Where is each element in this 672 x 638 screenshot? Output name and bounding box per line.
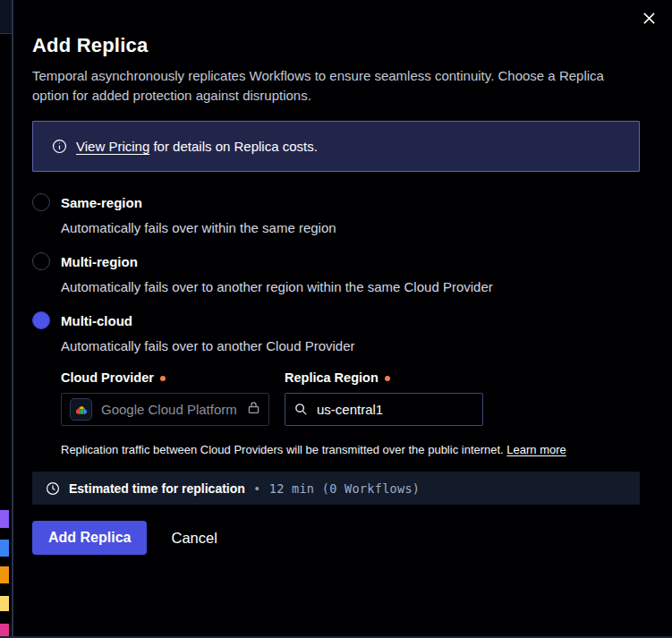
option-label: Same-region: [61, 195, 142, 210]
page-title: Add Replica: [32, 34, 640, 57]
underlying-color-fragment-orange: [0, 566, 9, 583]
option-description: Automatically fails over to another Clou…: [61, 338, 640, 353]
learn-more-link[interactable]: Learn more: [506, 443, 566, 456]
option-description: Automatically fails over to another regi…: [61, 279, 640, 294]
pricing-info-banner: View Pricing for details on Replica cost…: [32, 121, 640, 172]
add-replica-modal: Add Replica Temporal asynchronously repl…: [32, 0, 640, 555]
multi-cloud-form: Cloud Provider: [61, 370, 640, 456]
add-replica-button[interactable]: Add Replica: [32, 521, 147, 555]
option-multi-cloud-row[interactable]: Multi-cloud: [32, 311, 640, 329]
replica-region-field: Replica Region: [285, 370, 483, 426]
estimate-value: 12 min (0 Workflows): [269, 481, 421, 496]
estimate-label: Estimated time for replication: [69, 481, 245, 496]
close-icon[interactable]: [638, 7, 659, 29]
option-same-region: Same-region Automatically fails over wit…: [32, 193, 640, 235]
radio-same-region[interactable]: [32, 193, 50, 211]
underlying-color-fragment-blue: [0, 540, 9, 557]
cancel-button[interactable]: Cancel: [171, 530, 217, 547]
option-same-region-row[interactable]: Same-region: [32, 193, 640, 211]
view-pricing-link[interactable]: View Pricing: [76, 139, 149, 154]
cloud-provider-field: Cloud Provider: [61, 370, 269, 426]
search-icon: [294, 403, 308, 416]
underlying-page-topbar-fragment: [0, 0, 12, 34]
estimated-time-banner: Estimated time for replication • 12 min …: [32, 472, 640, 505]
cloud-provider-label: Cloud Provider: [61, 370, 269, 385]
option-label: Multi-region: [61, 254, 138, 269]
info-icon: [52, 139, 67, 154]
option-multi-region: Multi-region Automatically fails over to…: [32, 252, 640, 294]
replica-option-group: Same-region Automatically fails over wit…: [32, 193, 640, 353]
replica-region-label: Replica Region: [285, 370, 483, 385]
replication-traffic-note: Replication traffic between Cloud Provid…: [61, 443, 640, 456]
estimate-separator: •: [255, 481, 259, 496]
replica-region-input-wrap: [285, 393, 483, 426]
radio-multi-region[interactable]: [32, 252, 50, 270]
modal-description: Temporal asynchronously replicates Workf…: [32, 66, 640, 105]
underlying-color-fragment-yellow: [0, 596, 9, 611]
option-description: Automatically fails over within the same…: [61, 220, 640, 235]
radio-multi-cloud[interactable]: [32, 311, 50, 329]
cloud-provider-value: Google Cloud Platform: [101, 402, 237, 417]
pricing-banner-rest: for details on Replica costs.: [149, 139, 318, 154]
modal-actions: Add Replica Cancel: [32, 521, 640, 555]
lock-icon: [246, 400, 261, 419]
option-multi-region-row[interactable]: Multi-region: [32, 252, 640, 270]
gcp-logo-icon: [70, 398, 92, 421]
pricing-banner-text: View Pricing for details on Replica cost…: [76, 139, 318, 154]
cloud-provider-select: Google Cloud Platform: [61, 393, 269, 426]
replica-region-input[interactable]: [315, 401, 473, 418]
underlying-color-fragment-purple: [0, 510, 9, 528]
underlying-page-border: [12, 0, 13, 638]
required-indicator: [385, 376, 390, 381]
clock-icon: [46, 481, 60, 496]
option-multi-cloud: Multi-cloud Automatically fails over to …: [32, 311, 640, 353]
required-indicator: [160, 376, 166, 381]
option-label: Multi-cloud: [61, 313, 132, 328]
